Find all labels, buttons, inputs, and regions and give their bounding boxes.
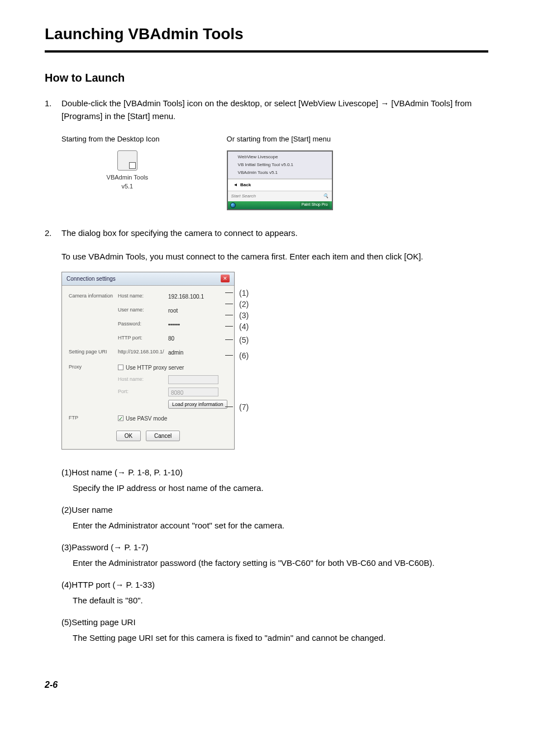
callout-5: (5) (239, 334, 249, 346)
ftp-section: FTP (69, 414, 118, 422)
desktop-icon-version: v5.1 (95, 182, 160, 191)
callout-6: (6) (239, 350, 249, 362)
start-orb-icon (230, 202, 236, 208)
host-name-label: Host name: (118, 292, 168, 300)
step-text: Double-click the [VBAdmin Tools] icon on… (61, 97, 488, 122)
start-menu-item: VB Initial Setting Tool v5.0.1 (231, 161, 329, 169)
proxy-host-label: Host name: (118, 376, 168, 384)
callout-numbers: (1) (2) (3) (4) (5) (6) (7) (239, 272, 259, 434)
desktop-icon-label: VBAdmin Tools (95, 173, 160, 182)
callout-7: (7) (239, 401, 249, 413)
start-menu-caption: Or starting from the [Start] menu (227, 134, 333, 145)
def-1-body: Specify the IP address or host name of t… (73, 482, 488, 495)
http-port-value[interactable]: 80 (168, 333, 174, 344)
proxy-port-input: 8080 (168, 388, 218, 396)
vbadmin-tools-icon (117, 150, 137, 171)
def-3-body: Enter the Administrator password (the fa… (73, 557, 488, 570)
step-number: 2. (45, 227, 61, 240)
taskbar-app: Paint Shop Pro (300, 201, 330, 209)
callout-1: (1) (239, 287, 249, 299)
callout-3: (3) (239, 310, 249, 322)
page-number: 2-6 (45, 678, 488, 692)
start-menu-item: VBAdmin Tools v5.1 (231, 169, 329, 177)
step-2: 2. The dialog box for specifying the cam… (45, 227, 488, 240)
step-text: The dialog box for specifying the camera… (61, 227, 488, 240)
proxy-checkbox[interactable] (118, 365, 123, 370)
setting-page-uri-section: Setting page URI (69, 348, 118, 356)
step-1: 1. Double-click the [VBAdmin Tools] icon… (45, 97, 488, 122)
password-value[interactable]: •••••• (168, 319, 180, 330)
user-name-label: User name: (118, 306, 168, 314)
def-4-head: (4)HTTP port (→ P. 1-33) (61, 579, 488, 592)
def-1-head: (1)Host name (→ P. 1-8, P. 1-10) (61, 466, 488, 479)
icon-row: Starting from the Desktop Icon VBAdmin T… (61, 134, 488, 210)
def-5-body: The Setting page URI set for this camera… (73, 632, 488, 645)
load-proxy-button[interactable]: Load proxy information (168, 400, 227, 409)
http-port-label: HTTP port: (118, 334, 168, 342)
user-name-value[interactable]: root (168, 305, 178, 316)
host-name-value[interactable]: 192.168.100.1 (168, 291, 204, 302)
pasv-checkbox[interactable] (118, 415, 123, 421)
ok-button[interactable]: OK (116, 431, 141, 441)
start-menu-back: ◄ Back (228, 179, 332, 191)
section-title: How to Launch (45, 69, 488, 86)
step-number: 1. (45, 97, 61, 122)
start-menu-folder: WebView Livescope (231, 153, 329, 161)
def-4-body: The default is "80". (73, 594, 488, 607)
uri-value[interactable]: admin (168, 347, 183, 358)
desktop-icon-caption: Starting from the Desktop Icon (61, 134, 160, 145)
uri-prefix: http://192.168.100.1/ (118, 348, 168, 356)
start-menu-search: Start Search 🔍 (228, 191, 332, 201)
def-2-body: Enter the Administrator account "root" s… (73, 519, 488, 532)
proxy-checkbox-label: Use HTTP proxy server (126, 363, 184, 372)
proxy-port-label: Port: (118, 388, 168, 396)
title-underline (45, 50, 488, 53)
password-label: Password: (118, 320, 168, 328)
camera-info-section: Camera information (69, 292, 118, 300)
def-5-head: (5)Setting page URI (61, 616, 488, 629)
cancel-button[interactable]: Cancel (146, 431, 180, 441)
taskbar: Paint Shop Pro (228, 201, 332, 209)
definitions: (1)Host name (→ P. 1-8, P. 1-10) Specify… (61, 466, 488, 645)
dialog-title: Connection settings (66, 275, 116, 283)
proxy-section: Proxy (69, 363, 118, 371)
search-icon: 🔍 (323, 193, 329, 200)
close-icon[interactable]: ✕ (221, 275, 230, 282)
callout-2: (2) (239, 299, 249, 310)
connection-settings-dialog: Connection settings ✕ Camera information… (61, 272, 235, 450)
callout-4: (4) (239, 321, 249, 333)
proxy-host-input (168, 375, 218, 384)
def-2-head: (2)User name (61, 504, 488, 517)
def-3-head: (3)Password (→ P. 1-7) (61, 541, 488, 554)
step-2-sub: To use VBAdmin Tools, you must connect t… (61, 251, 488, 263)
start-menu: WebView Livescope VB Initial Setting Too… (227, 150, 333, 210)
pasv-checkbox-label: Use PASV mode (126, 414, 167, 423)
desktop-icon: VBAdmin Tools v5.1 (95, 150, 160, 191)
page-title: Launching VBAdmin Tools (45, 22, 488, 46)
